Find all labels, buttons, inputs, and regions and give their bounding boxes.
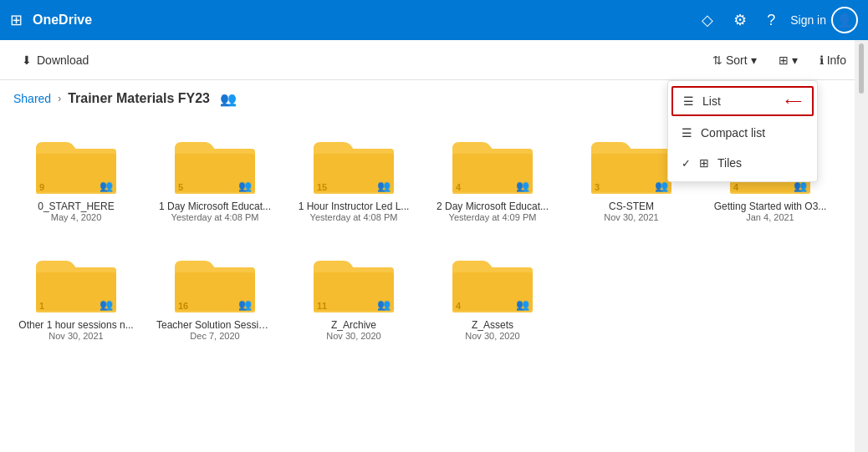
scroll-thumb[interactable] bbox=[859, 43, 864, 94]
folder-count: 4 bbox=[733, 182, 738, 192]
folder-name: 1 Day Microsoft Educat... bbox=[159, 201, 271, 212]
list-icon: ☰ bbox=[683, 94, 694, 108]
folder-icon: 4 👥 bbox=[451, 130, 534, 197]
folder-icon: 15 👥 bbox=[312, 130, 396, 197]
checkmark-icon: ✓ bbox=[682, 157, 691, 170]
folder-icon: 16 👥 bbox=[173, 249, 257, 316]
sort-icon: ⇅ bbox=[712, 53, 722, 67]
download-label: Download bbox=[37, 53, 89, 67]
view-chevron-icon: ▾ bbox=[792, 53, 798, 67]
folder-count: 4 bbox=[456, 301, 461, 311]
download-icon: ⬇ bbox=[22, 53, 32, 67]
folder-count: 11 bbox=[317, 301, 327, 311]
top-nav: ⊞ OneDrive ◇ ⚙ ? Sign in 👤 bbox=[0, 0, 868, 40]
folder-date: Nov 30, 2020 bbox=[326, 331, 380, 341]
breadcrumb-shared[interactable]: Shared bbox=[13, 92, 51, 105]
folder-date: Nov 30, 2020 bbox=[465, 331, 519, 341]
compact-list-label: Compact list bbox=[701, 126, 765, 140]
folder-count: 1 bbox=[39, 301, 44, 311]
folder-shared-icon: 👥 bbox=[220, 91, 237, 107]
folder-people-icon: 👥 bbox=[100, 298, 113, 311]
folder-people-icon: 👥 bbox=[516, 180, 529, 192]
folder-name: Getting Started with O3... bbox=[714, 201, 827, 212]
diamond-icon[interactable]: ◇ bbox=[702, 11, 713, 29]
folder-date: Yesterday at 4:08 PM bbox=[171, 212, 259, 222]
folder-icon: 5 👥 bbox=[173, 130, 257, 197]
folder-name: 2 Day Microsoft Educat... bbox=[437, 201, 549, 212]
view-grid-icon: ⊞ bbox=[779, 53, 789, 67]
list-label: List bbox=[702, 94, 721, 108]
help-icon[interactable]: ? bbox=[767, 12, 775, 29]
avatar: 👤 bbox=[831, 7, 858, 33]
sign-in-button[interactable]: Sign in 👤 bbox=[790, 7, 858, 33]
folder-item[interactable]: 9 👥 0_START_HERE May 4, 2020 bbox=[13, 124, 139, 229]
tiles-label: Tiles bbox=[717, 156, 742, 170]
folder-count: 15 bbox=[317, 182, 327, 192]
view-dropdown-menu: ☰ List ⟵ ☰ Compact list ✓ ⊞ Tiles bbox=[667, 80, 818, 182]
folder-name: Teacher Solution Session... bbox=[156, 319, 273, 331]
folder-item[interactable]: 5 👥 1 Day Microsoft Educat... Yesterday … bbox=[152, 124, 278, 229]
folder-icon: 1 👥 bbox=[34, 249, 118, 316]
info-icon: ℹ bbox=[819, 53, 824, 67]
folder-icon: 4 👥 bbox=[451, 249, 534, 316]
sort-button[interactable]: ⇅ Sort ▾ bbox=[704, 48, 765, 72]
folder-count: 9 bbox=[39, 182, 44, 192]
folder-icon: 9 👥 bbox=[34, 130, 118, 197]
view-tiles-option[interactable]: ✓ ⊞ Tiles bbox=[668, 148, 817, 178]
settings-icon[interactable]: ⚙ bbox=[733, 11, 747, 29]
folder-people-icon: 👥 bbox=[377, 298, 391, 311]
download-button[interactable]: ⬇ Download bbox=[13, 48, 97, 72]
folder-name: Other 1 hour sessions n... bbox=[18, 319, 133, 331]
folder-icon: 11 👥 bbox=[312, 249, 396, 316]
tiles-grid-icon: ⊞ bbox=[699, 156, 709, 170]
folder-date: Dec 7, 2020 bbox=[190, 331, 239, 341]
waffle-icon[interactable]: ⊞ bbox=[10, 11, 23, 29]
folder-date: Yesterday at 4:09 PM bbox=[449, 212, 537, 222]
folder-date: Nov 30, 2021 bbox=[49, 331, 103, 341]
folder-icon: 3 👥 bbox=[590, 130, 673, 197]
folder-item[interactable]: 15 👥 1 Hour Instructor Led L... Yesterda… bbox=[291, 124, 416, 229]
info-label: Info bbox=[827, 53, 846, 67]
folder-date: Jan 4, 2021 bbox=[746, 212, 794, 222]
folder-item[interactable]: 1 👥 Other 1 hour sessions n... Nov 30, 2… bbox=[13, 242, 139, 348]
compact-list-icon: ☰ bbox=[682, 126, 692, 140]
breadcrumb-current-folder: Trainer Materials FY23 bbox=[68, 91, 210, 106]
info-button[interactable]: ℹ Info bbox=[811, 48, 855, 72]
folder-date: May 4, 2020 bbox=[51, 212, 102, 222]
folder-name: 0_START_HERE bbox=[38, 201, 115, 212]
folder-people-icon: 👥 bbox=[516, 298, 529, 311]
scrollbar[interactable] bbox=[855, 40, 868, 452]
sort-chevron-icon: ▾ bbox=[751, 53, 757, 67]
folder-count: 5 bbox=[178, 182, 183, 192]
folder-item[interactable]: 4 👥 2 Day Microsoft Educat... Yesterday … bbox=[430, 124, 555, 229]
folder-item[interactable]: 11 👥 Z_Archive Nov 30, 2020 bbox=[291, 242, 416, 348]
app-name: OneDrive bbox=[33, 13, 92, 28]
sign-in-label: Sign in bbox=[790, 13, 826, 27]
folder-people-icon: 👥 bbox=[100, 180, 113, 192]
view-compact-list-option[interactable]: ☰ Compact list bbox=[668, 118, 817, 148]
folder-item[interactable]: 16 👥 Teacher Solution Session... Dec 7, … bbox=[152, 242, 278, 348]
folder-date: Nov 30, 2021 bbox=[604, 212, 658, 222]
folder-people-icon: 👥 bbox=[377, 180, 391, 192]
folder-people-icon: 👥 bbox=[238, 180, 252, 192]
folder-people-icon: 👥 bbox=[238, 298, 252, 311]
view-list-option[interactable]: ☰ List ⟵ bbox=[671, 86, 814, 116]
breadcrumb-separator: › bbox=[58, 93, 61, 104]
folder-count: 16 bbox=[178, 301, 188, 311]
folder-name: Z_Assets bbox=[472, 319, 513, 331]
folder-count: 4 bbox=[456, 182, 461, 192]
folder-count: 3 bbox=[595, 182, 600, 192]
folder-name: Z_Archive bbox=[331, 319, 376, 331]
folder-name: CS-STEM bbox=[609, 201, 654, 212]
folder-people-icon: 👥 bbox=[655, 180, 668, 192]
view-button[interactable]: ⊞ ▾ bbox=[772, 48, 804, 72]
folder-item[interactable]: 4 👥 Z_Assets Nov 30, 2020 bbox=[430, 242, 555, 348]
red-arrow-icon: ⟵ bbox=[785, 94, 802, 108]
folder-date: Yesterday at 4:08 PM bbox=[310, 212, 398, 222]
toolbar: ⬇ Download ⇅ Sort ▾ ⊞ ▾ ℹ Info bbox=[0, 40, 868, 80]
sort-label: Sort bbox=[726, 53, 748, 67]
folder-name: 1 Hour Instructor Led L... bbox=[299, 201, 410, 212]
